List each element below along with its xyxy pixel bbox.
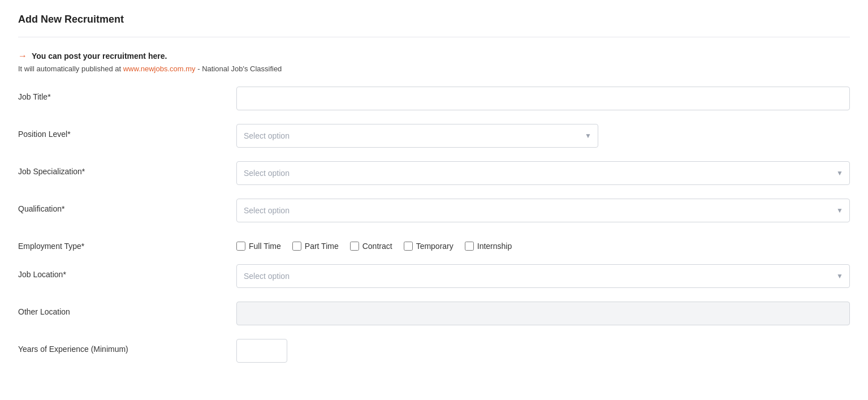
- years-experience-wrapper: [236, 339, 598, 363]
- internship-label: Internship: [477, 242, 512, 251]
- other-location-wrapper: [236, 302, 850, 325]
- fulltime-label: Full Time: [249, 242, 281, 251]
- job-specialization-select-wrapper: Select option ▼: [236, 161, 850, 185]
- info-box: → You can post your recruitment here. It…: [18, 51, 850, 73]
- other-location-row: Other Location: [18, 302, 850, 325]
- years-experience-row: Years of Experience (Minimum): [18, 339, 850, 363]
- job-location-select[interactable]: Select option: [236, 264, 850, 288]
- other-location-label: Other Location: [18, 302, 227, 316]
- info-arrow-line: → You can post your recruitment here.: [18, 51, 850, 61]
- employment-type-wrapper: Full Time Part Time Contract Temporary I…: [236, 236, 850, 251]
- parttime-checkbox-item[interactable]: Part Time: [292, 242, 339, 251]
- info-bold-text: You can post your recruitment here.: [32, 51, 167, 61]
- position-level-select[interactable]: Select option: [236, 124, 598, 148]
- page-container: Add New Recruitment → You can post your …: [0, 0, 868, 390]
- parttime-checkbox[interactable]: [292, 242, 301, 251]
- temporary-label: Temporary: [416, 242, 454, 251]
- qualification-select-wrapper: Select option ▼: [236, 199, 850, 222]
- position-level-label: Position Level*: [18, 124, 227, 139]
- fulltime-checkbox[interactable]: [236, 242, 245, 251]
- other-location-input[interactable]: [236, 302, 850, 325]
- info-sub-prefix: It will automatically published at: [18, 64, 123, 73]
- qualification-label: Qualification*: [18, 199, 227, 213]
- contract-label: Contract: [362, 242, 392, 251]
- job-title-input[interactable]: [236, 87, 850, 110]
- contract-checkbox-item[interactable]: Contract: [350, 242, 392, 251]
- page-title: Add New Recruitment: [18, 14, 850, 25]
- arrow-icon: →: [18, 51, 27, 61]
- job-title-wrapper: [236, 87, 850, 110]
- position-level-select-wrapper: Select option ▼: [236, 124, 598, 148]
- qualification-row: Qualification* Select option ▼: [18, 199, 850, 222]
- parttime-label: Part Time: [305, 242, 339, 251]
- info-sub-text: It will automatically published at www.n…: [18, 64, 850, 73]
- qualification-select[interactable]: Select option: [236, 199, 850, 222]
- job-specialization-row: Job Specialization* Select option ▼: [18, 161, 850, 185]
- info-sub-suffix: - National Job's Classified: [196, 64, 282, 73]
- internship-checkbox-item[interactable]: Internship: [465, 242, 512, 251]
- job-title-label: Job Title*: [18, 87, 227, 101]
- temporary-checkbox[interactable]: [404, 242, 413, 251]
- job-specialization-label: Job Specialization*: [18, 161, 227, 176]
- temporary-checkbox-item[interactable]: Temporary: [404, 242, 454, 251]
- info-link[interactable]: www.newjobs.com.my: [123, 64, 196, 73]
- employment-type-checkbox-group: Full Time Part Time Contract Temporary I…: [236, 236, 850, 251]
- job-location-wrapper: Select option ▼: [236, 264, 850, 288]
- job-location-row: Job Location* Select option ▼: [18, 264, 850, 288]
- section-divider: [18, 37, 850, 37]
- contract-checkbox[interactable]: [350, 242, 359, 251]
- years-experience-input[interactable]: [236, 339, 287, 363]
- position-level-wrapper: Select option ▼: [236, 124, 598, 148]
- job-title-row: Job Title*: [18, 87, 850, 110]
- job-location-select-wrapper: Select option ▼: [236, 264, 850, 288]
- position-level-row: Position Level* Select option ▼: [18, 124, 850, 148]
- qualification-wrapper: Select option ▼: [236, 199, 850, 222]
- employment-type-row: Employment Type* Full Time Part Time Con…: [18, 236, 850, 251]
- job-specialization-select[interactable]: Select option: [236, 161, 850, 185]
- job-specialization-wrapper: Select option ▼: [236, 161, 850, 185]
- fulltime-checkbox-item[interactable]: Full Time: [236, 242, 281, 251]
- job-location-label: Job Location*: [18, 264, 227, 279]
- employment-type-label: Employment Type*: [18, 236, 227, 251]
- years-experience-label: Years of Experience (Minimum): [18, 339, 227, 354]
- internship-checkbox[interactable]: [465, 242, 474, 251]
